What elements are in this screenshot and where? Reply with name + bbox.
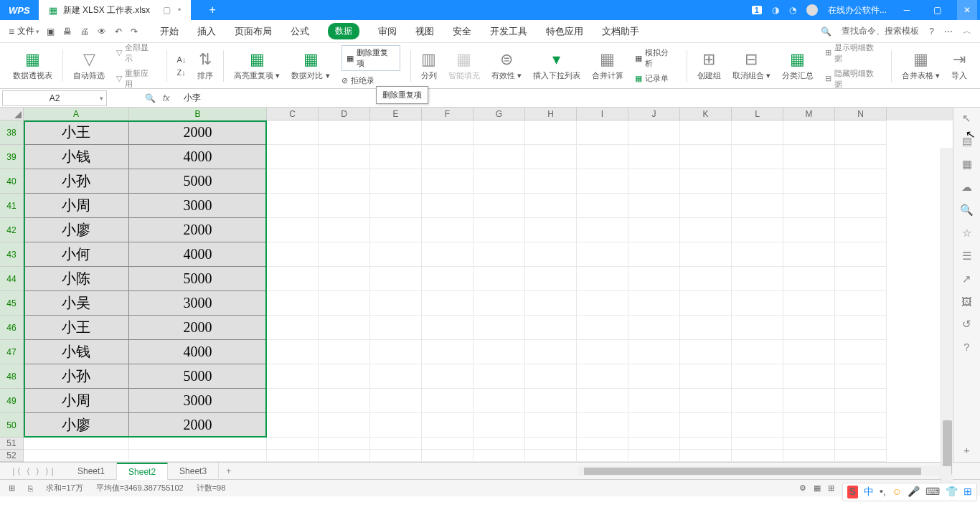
- cell[interactable]: 2000: [129, 120, 267, 145]
- cell[interactable]: [473, 389, 525, 413]
- cell[interactable]: [732, 364, 783, 389]
- menu-tab-文档助手[interactable]: 文档助手: [593, 20, 649, 43]
- panel-search-icon[interactable]: 🔍: [960, 204, 974, 217]
- cell[interactable]: [370, 438, 422, 450]
- cell[interactable]: [628, 291, 680, 316]
- select-all-corner[interactable]: [0, 108, 24, 120]
- menu-tab-页面布局[interactable]: 页面布局: [225, 20, 281, 43]
- cell[interactable]: [267, 267, 319, 291]
- col-header-N[interactable]: N: [835, 108, 887, 120]
- cell[interactable]: [319, 267, 370, 291]
- cell[interactable]: [319, 438, 370, 450]
- cell[interactable]: [680, 413, 732, 438]
- ime-mic-icon[interactable]: 🎤: [908, 486, 920, 498]
- sheet-tab[interactable]: Sheet1: [66, 463, 117, 480]
- view-settings-icon[interactable]: ⚙: [799, 483, 806, 493]
- cell[interactable]: [628, 450, 680, 462]
- cell[interactable]: [267, 242, 319, 267]
- hamburger-icon[interactable]: ≡: [9, 26, 14, 37]
- cell[interactable]: [628, 242, 680, 267]
- vertical-scrollbar[interactable]: [941, 148, 953, 491]
- cell[interactable]: [783, 364, 835, 389]
- status-mode-icon[interactable]: ⊞: [9, 483, 15, 493]
- cell[interactable]: [835, 316, 887, 340]
- cell[interactable]: [319, 242, 370, 267]
- cell[interactable]: [129, 450, 267, 462]
- cell[interactable]: [783, 194, 835, 218]
- qat-undo-icon[interactable]: ↶: [115, 27, 122, 37]
- cell[interactable]: [577, 218, 628, 242]
- view-normal-icon[interactable]: ▦: [814, 483, 821, 493]
- cell[interactable]: [319, 291, 370, 316]
- menu-tab-安全[interactable]: 安全: [443, 20, 481, 43]
- col-header-B[interactable]: B: [129, 108, 267, 120]
- col-header-H[interactable]: H: [525, 108, 577, 120]
- cell[interactable]: [422, 450, 473, 462]
- new-tab-button[interactable]: +: [202, 4, 222, 16]
- cell[interactable]: [473, 364, 525, 389]
- cell[interactable]: [267, 450, 319, 462]
- row-header[interactable]: 44: [0, 267, 24, 291]
- cell[interactable]: 小孙: [24, 364, 129, 389]
- row-header[interactable]: 46: [0, 316, 24, 340]
- cell[interactable]: [577, 450, 628, 462]
- cell[interactable]: [525, 340, 577, 364]
- notification-badge[interactable]: 1: [752, 6, 762, 14]
- cell[interactable]: [525, 267, 577, 291]
- cell[interactable]: [267, 389, 319, 413]
- cell[interactable]: 小周: [24, 194, 129, 218]
- cell[interactable]: [525, 291, 577, 316]
- cell[interactable]: [680, 316, 732, 340]
- minimize-button[interactable]: ─: [897, 0, 917, 20]
- cell[interactable]: [422, 267, 473, 291]
- cell[interactable]: [835, 267, 887, 291]
- cell[interactable]: 3000: [129, 194, 267, 218]
- cell[interactable]: [370, 194, 422, 218]
- maximize-button[interactable]: ▢: [927, 0, 947, 20]
- help-icon[interactable]: ?: [929, 27, 934, 37]
- cell[interactable]: [525, 194, 577, 218]
- cell[interactable]: [628, 316, 680, 340]
- panel-list-icon[interactable]: ☰: [962, 250, 971, 263]
- cell[interactable]: [24, 450, 129, 462]
- fx-icon[interactable]: fx: [163, 93, 169, 103]
- cell[interactable]: 4000: [129, 145, 267, 169]
- cell[interactable]: [370, 413, 422, 438]
- cell[interactable]: [370, 267, 422, 291]
- cell[interactable]: [267, 169, 319, 194]
- row-header[interactable]: 51: [0, 438, 24, 450]
- qat-open-icon[interactable]: 🖶: [63, 27, 72, 37]
- subtotal-button[interactable]: ▦分类汇总: [778, 50, 818, 81]
- cell[interactable]: [732, 291, 783, 316]
- row-header[interactable]: 40: [0, 169, 24, 194]
- show-detail-button[interactable]: ⊞显示明细数据: [825, 43, 881, 64]
- formula-input[interactable]: 小李: [184, 92, 201, 104]
- cell[interactable]: [473, 242, 525, 267]
- col-header-J[interactable]: J: [628, 108, 680, 120]
- cell[interactable]: [267, 413, 319, 438]
- cell[interactable]: 4000: [129, 242, 267, 267]
- cell[interactable]: [319, 450, 370, 462]
- qat-preview-icon[interactable]: 👁: [98, 27, 106, 37]
- cell[interactable]: [422, 242, 473, 267]
- row-header[interactable]: 43: [0, 242, 24, 267]
- cell[interactable]: [422, 413, 473, 438]
- menu-tab-公式[interactable]: 公式: [281, 20, 319, 43]
- cell[interactable]: [422, 316, 473, 340]
- smart-fill-button[interactable]: ▦智能填充: [444, 50, 484, 81]
- cell[interactable]: [783, 340, 835, 364]
- merge-tables-button[interactable]: ▦合并表格 ▾: [897, 50, 944, 81]
- qat-new-icon[interactable]: ▣: [47, 27, 55, 37]
- simulate-button[interactable]: ▦模拟分析: [635, 47, 677, 69]
- cell[interactable]: [525, 413, 577, 438]
- cell[interactable]: [835, 413, 887, 438]
- cell[interactable]: [319, 413, 370, 438]
- cell[interactable]: [628, 218, 680, 242]
- reapply-button[interactable]: ▽重新应用: [116, 68, 156, 90]
- menu-tab-数据[interactable]: 数据: [319, 20, 369, 43]
- col-header-I[interactable]: I: [577, 108, 628, 120]
- sheet-next-icon[interactable]: ⟩: [36, 466, 39, 476]
- cell[interactable]: 小钱: [24, 145, 129, 169]
- cell[interactable]: [680, 438, 732, 450]
- cell[interactable]: [783, 120, 835, 145]
